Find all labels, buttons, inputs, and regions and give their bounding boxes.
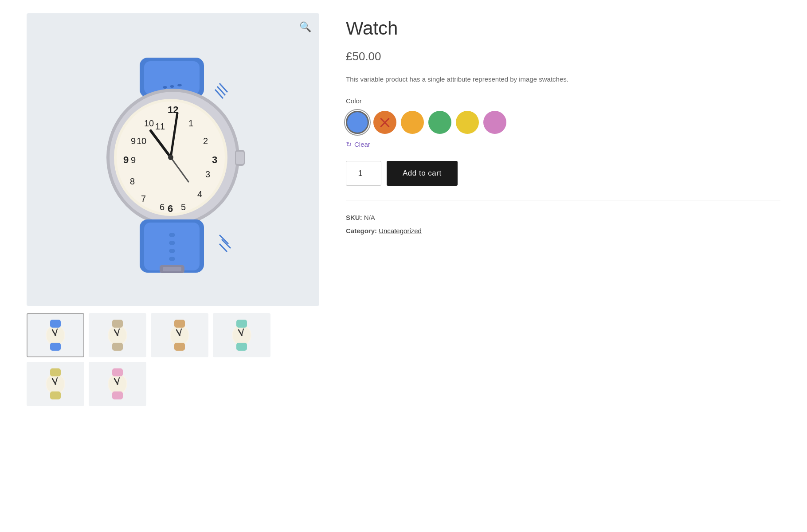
svg-point-4 <box>163 86 167 89</box>
svg-point-36 <box>169 249 175 253</box>
svg-rect-83 <box>112 368 123 376</box>
svg-text:1: 1 <box>188 118 193 128</box>
svg-rect-48 <box>50 320 61 328</box>
product-gallery: 🔍 12 3 6 <box>27 13 319 406</box>
svg-text:3: 3 <box>212 154 217 165</box>
svg-text:4: 4 <box>197 189 202 199</box>
svg-rect-84 <box>112 391 123 399</box>
clear-label: Clear <box>354 141 370 148</box>
svg-text:2: 2 <box>203 136 208 146</box>
category-row: Category: Uncategorized <box>346 224 780 238</box>
svg-point-29 <box>168 155 173 160</box>
svg-rect-31 <box>236 152 244 164</box>
svg-point-87 <box>117 383 118 385</box>
svg-text:5: 5 <box>181 202 186 212</box>
product-description: This variable product has a single attri… <box>346 74 780 85</box>
add-to-cart-button[interactable]: Add to cart <box>387 161 458 186</box>
clear-button[interactable]: ↻ Clear <box>346 140 780 149</box>
svg-text:9: 9 <box>131 136 136 146</box>
svg-point-37 <box>169 257 175 261</box>
swatch-orange[interactable] <box>401 111 424 134</box>
quantity-input[interactable] <box>346 161 381 186</box>
svg-rect-33 <box>144 223 200 270</box>
svg-rect-77 <box>50 391 61 399</box>
svg-point-34 <box>169 233 175 237</box>
svg-text:3: 3 <box>205 169 210 179</box>
color-label: Color <box>346 97 780 105</box>
svg-point-52 <box>55 334 56 336</box>
svg-rect-39 <box>163 267 181 271</box>
svg-rect-56 <box>112 343 123 351</box>
watch-illustration: 12 3 6 9 10 9 1 2 3 4 5 6 7 8 9 10 11 <box>58 44 288 275</box>
svg-text:9: 9 <box>131 155 136 165</box>
sku-value: N/A <box>364 214 375 221</box>
thumbnail-2[interactable] <box>89 313 146 357</box>
refresh-icon: ↻ <box>346 140 352 149</box>
svg-text:6: 6 <box>168 203 173 214</box>
svg-text:9: 9 <box>123 154 129 165</box>
swatch-orange-red[interactable] <box>373 111 396 134</box>
svg-text:8: 8 <box>130 176 135 186</box>
thumbnail-1[interactable] <box>27 313 84 357</box>
product-price: £50.00 <box>346 50 780 63</box>
svg-point-73 <box>241 334 243 336</box>
swatch-green[interactable] <box>428 111 451 134</box>
svg-point-59 <box>117 334 118 336</box>
svg-text:6: 6 <box>160 202 165 212</box>
svg-rect-55 <box>112 320 123 328</box>
color-swatches <box>346 111 780 134</box>
swatch-purple[interactable] <box>483 111 506 134</box>
svg-text:10: 10 <box>144 118 154 128</box>
svg-rect-69 <box>236 320 247 328</box>
svg-text:10: 10 <box>137 136 146 146</box>
svg-point-3 <box>177 84 182 86</box>
thumbnail-6[interactable] <box>89 362 146 406</box>
svg-line-42 <box>219 244 227 252</box>
add-to-cart-row: Add to cart <box>346 161 780 186</box>
svg-point-80 <box>55 383 56 385</box>
zoom-icon[interactable]: 🔍 <box>299 21 311 33</box>
svg-rect-63 <box>174 343 185 351</box>
svg-rect-70 <box>236 343 247 351</box>
product-info: Watch £50.00 This variable product has a… <box>346 13 780 406</box>
svg-point-35 <box>169 241 175 245</box>
sku-row: SKU: N/A <box>346 211 780 224</box>
svg-rect-49 <box>50 343 61 351</box>
thumbnail-gallery <box>27 313 319 406</box>
product-meta: SKU: N/A Category: Uncategorized <box>346 200 780 238</box>
svg-rect-62 <box>174 320 185 328</box>
thumbnail-5[interactable] <box>27 362 84 406</box>
swatch-yellow[interactable] <box>456 111 479 134</box>
product-layout: 🔍 12 3 6 <box>27 13 780 406</box>
thumbnail-4[interactable] <box>213 313 270 357</box>
svg-text:11: 11 <box>155 121 165 131</box>
svg-point-2 <box>170 85 174 88</box>
product-title: Watch <box>346 18 780 39</box>
thumbnail-3[interactable] <box>151 313 208 357</box>
swatch-blue[interactable] <box>346 111 369 134</box>
category-link[interactable]: Uncategorized <box>379 227 422 235</box>
svg-point-66 <box>179 334 180 336</box>
svg-rect-76 <box>50 368 61 376</box>
main-image: 🔍 12 3 6 <box>27 13 319 306</box>
svg-text:7: 7 <box>141 194 146 203</box>
